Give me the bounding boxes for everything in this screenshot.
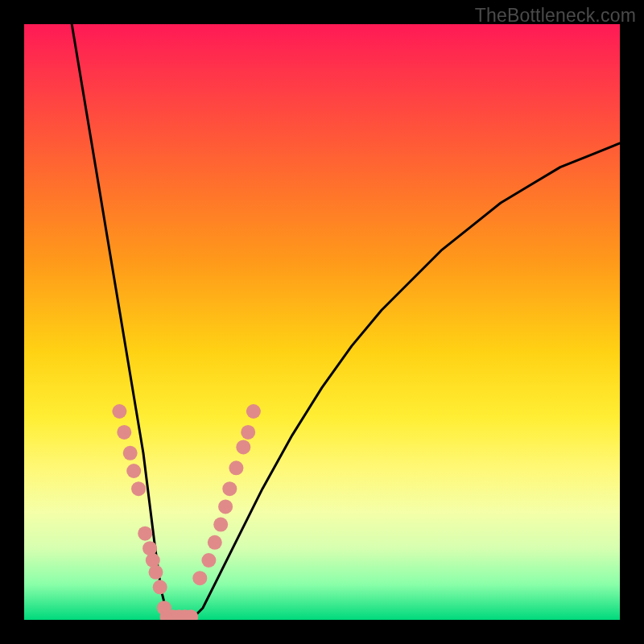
data-point — [246, 404, 261, 419]
data-point — [222, 481, 237, 496]
data-point — [229, 460, 243, 475]
chart-container: TheBottleneck.com — [0, 0, 644, 644]
data-point — [218, 499, 233, 514]
watermark-text: TheBottleneck.com — [475, 5, 636, 27]
data-point — [117, 425, 131, 440]
plot-area — [24, 24, 620, 620]
data-point — [213, 518, 228, 532]
data-point-markers — [112, 404, 261, 620]
data-point — [138, 526, 152, 541]
data-point — [112, 404, 126, 419]
bottleneck-curve — [72, 24, 620, 620]
data-point — [131, 481, 146, 496]
data-point — [153, 580, 167, 594]
data-point — [201, 553, 216, 568]
chart-svg — [24, 24, 620, 620]
data-point — [123, 446, 138, 460]
data-point — [192, 571, 207, 585]
data-point — [241, 425, 255, 440]
data-point — [236, 440, 250, 454]
data-point — [149, 565, 163, 580]
curve-path — [72, 24, 620, 620]
data-point — [208, 535, 222, 550]
data-point — [126, 464, 141, 478]
